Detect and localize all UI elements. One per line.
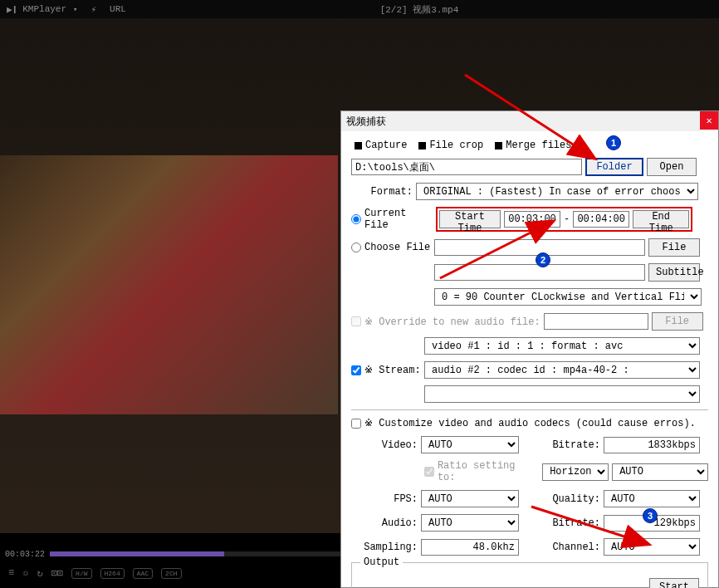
override-label: ※ Override to new audio file: bbox=[364, 316, 540, 328]
url-label[interactable]: URL bbox=[110, 4, 126, 14]
annotation-2: 2 bbox=[536, 252, 550, 267]
quality-select[interactable]: AUTO bbox=[604, 490, 700, 507]
current-time: 00:03:22 bbox=[0, 550, 50, 559]
tab-merge[interactable]: Merge files bbox=[495, 140, 571, 151]
path-input[interactable] bbox=[351, 159, 582, 175]
video-codec-select[interactable]: AUTO bbox=[421, 436, 519, 453]
dash-label: - bbox=[564, 213, 570, 225]
seek-bar[interactable] bbox=[50, 551, 340, 556]
channel-label: Channel: bbox=[522, 541, 600, 553]
start-button[interactable]: Start bbox=[649, 578, 699, 588]
start-time-input[interactable] bbox=[504, 211, 560, 228]
annotation-3: 3 bbox=[643, 508, 658, 523]
stream-check[interactable] bbox=[351, 365, 361, 375]
codec-badge: H264 bbox=[100, 568, 125, 579]
video-stream-select[interactable]: video #1 : id : 1 : format : avc bbox=[424, 337, 700, 355]
customize-codecs-check[interactable] bbox=[351, 419, 361, 429]
output-legend: Output bbox=[360, 556, 403, 568]
override-file-button: File bbox=[652, 312, 703, 331]
ratio-label: Ratio setting to: bbox=[438, 460, 539, 483]
sampling-input[interactable] bbox=[421, 539, 519, 556]
override-audio-input bbox=[544, 313, 648, 330]
open-button[interactable]: Open bbox=[647, 158, 697, 176]
titlebar: ▶❙ KMPlayer ▾ ⚡ URL [2/2] 视频3.mp4 bbox=[0, 0, 719, 18]
video-capture-dialog: 视频捕获 ✕ Capture File crop Merge files Fol… bbox=[340, 110, 719, 588]
fps-label: FPS: bbox=[351, 493, 418, 505]
file-title: [2/2] 视频3.mp4 bbox=[126, 3, 712, 16]
repeat-icon[interactable]: ↻ bbox=[37, 567, 42, 580]
annotation-1: 1 bbox=[606, 135, 621, 150]
format-label: Format: bbox=[351, 186, 413, 198]
audio-codec-select[interactable]: AUTO bbox=[421, 514, 519, 532]
fps-select[interactable]: AUTO bbox=[421, 490, 519, 507]
folder-button[interactable]: Folder bbox=[585, 158, 643, 176]
hw-badge: H/W bbox=[71, 568, 91, 579]
channel-badge: 2CH bbox=[161, 568, 181, 579]
ratio-check bbox=[424, 467, 434, 477]
dialog-title: 视频捕获 bbox=[341, 111, 718, 131]
ratio-auto-select[interactable]: AUTO bbox=[612, 463, 708, 481]
tab-capture[interactable]: Capture bbox=[355, 140, 407, 151]
video-label: Video: bbox=[351, 439, 418, 451]
audio-stream-select[interactable]: audio #2 : codec id : mp4a-40-2 : bbox=[424, 361, 700, 379]
audio-bitrate-label: Bitrate: bbox=[522, 517, 600, 529]
start-time-button[interactable]: Start Time bbox=[439, 210, 501, 228]
end-time-input[interactable] bbox=[573, 211, 629, 228]
extra-stream-select[interactable] bbox=[424, 385, 700, 403]
stream-label: ※ Stream: bbox=[364, 364, 421, 376]
app-name: KMPlayer bbox=[22, 4, 66, 14]
sampling-label: Sampling: bbox=[351, 541, 418, 553]
video-bitrate-input[interactable] bbox=[604, 437, 700, 453]
format-select[interactable]: ORIGINAL : (Fastest) In case of error ch… bbox=[416, 183, 698, 200]
choose-file-radio[interactable] bbox=[351, 243, 361, 252]
audio-badge: AAC bbox=[133, 568, 153, 579]
output-fieldset: Output Start bbox=[351, 562, 708, 588]
quality-label: Quality: bbox=[522, 493, 600, 505]
app-logo-icon: ▶❙ bbox=[7, 4, 17, 15]
chevron-down-icon[interactable]: ▾ bbox=[73, 5, 77, 14]
settings-icon[interactable]: ☼ bbox=[22, 567, 28, 579]
choose-file-label: Choose File bbox=[364, 242, 431, 253]
ratio-select[interactable]: Horizontal bbox=[542, 463, 609, 481]
vr-icon[interactable]: ⊡⊡ bbox=[51, 567, 63, 580]
current-file-label: Current File bbox=[364, 208, 433, 231]
current-file-radio[interactable] bbox=[351, 214, 361, 224]
file-button[interactable]: File bbox=[648, 238, 700, 257]
audio-label: Audio: bbox=[351, 517, 418, 529]
customize-label: ※ Customize video and audio codecs (coul… bbox=[364, 417, 696, 429]
end-time-button[interactable]: End Time bbox=[633, 210, 689, 228]
rotate-select[interactable]: 0 = 90 Counter CLockwise and Vertical Fl… bbox=[434, 288, 702, 306]
time-range-box: Start Time - End Time bbox=[436, 207, 692, 232]
video-frame bbox=[0, 155, 338, 414]
tabs-row: Capture File crop Merge files bbox=[351, 140, 708, 151]
tab-filecrop[interactable]: File crop bbox=[418, 140, 483, 151]
close-icon[interactable]: ✕ bbox=[700, 111, 718, 130]
menu-icon[interactable]: ≡ bbox=[8, 567, 14, 579]
bolt-icon[interactable]: ⚡ bbox=[90, 4, 96, 15]
override-audio-check bbox=[351, 316, 361, 326]
video-bitrate-label: Bitrate: bbox=[522, 439, 600, 451]
channel-select[interactable]: AUTO bbox=[604, 538, 700, 556]
subtitle-button[interactable]: Subtitle bbox=[648, 263, 700, 282]
